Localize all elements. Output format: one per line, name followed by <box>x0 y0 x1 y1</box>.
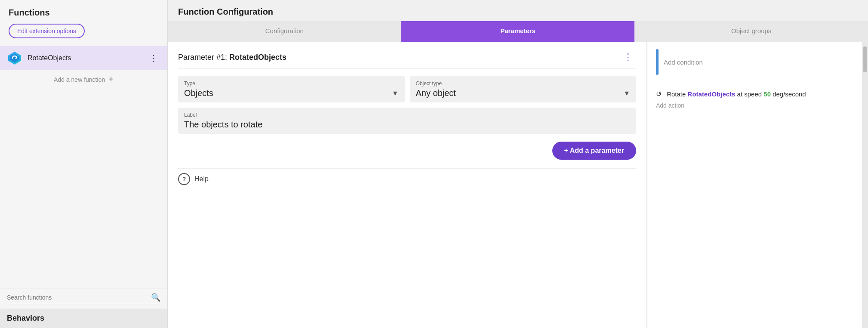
action-suffix: deg/second <box>771 90 806 98</box>
object-type-value-row: Any object ▼ <box>416 88 631 98</box>
right-panel: Add condition ↺ Rotate RotatedObjects at… <box>647 42 862 328</box>
tab-parameters[interactable]: Parameters <box>401 21 635 42</box>
condition-text: Add condition <box>664 59 703 66</box>
label-field-label: Label <box>184 112 630 118</box>
edit-extension-button[interactable]: Edit extension options <box>9 24 85 38</box>
object-type-label: Object type <box>416 80 631 87</box>
config-panel: Parameter #1: RotatedObjects ⋮ Type Obje… <box>168 42 647 328</box>
label-field[interactable]: Label The objects to rotate <box>178 108 636 134</box>
param-header: Parameter #1: RotatedObjects ⋮ <box>178 51 636 68</box>
tabs-bar: Configuration Parameters Object groups <box>168 21 868 42</box>
param-title: Parameter #1: RotatedObjects <box>178 53 286 62</box>
object-type-value: Any object <box>416 88 456 98</box>
action-speed: 50 <box>763 90 771 98</box>
function-menu-button[interactable]: ⋮ <box>147 52 160 64</box>
type-field[interactable]: Type Objects ▼ <box>178 76 405 102</box>
add-parameter-button[interactable]: + Add a parameter <box>552 142 636 160</box>
action-row: ↺ Rotate RotatedObjects at speed 50 deg/… <box>647 82 862 116</box>
type-value-row: Objects ▼ <box>184 88 399 98</box>
add-param-row: + Add a parameter <box>178 142 636 160</box>
action-object-name: RotatedObjects <box>688 90 736 98</box>
rotate-action-icon: ↺ <box>656 90 662 98</box>
search-input[interactable] <box>7 294 151 301</box>
type-label: Type <box>184 80 399 87</box>
main-header: Function Configuration <box>168 0 868 21</box>
sidebar-title: Functions <box>9 8 159 18</box>
type-dropdown-icon: ▼ <box>392 90 399 97</box>
behaviors-title: Behaviors <box>0 309 167 328</box>
object-type-dropdown-icon: ▼ <box>623 90 630 97</box>
sidebar-spacer <box>0 89 167 288</box>
search-icon: 🔍 <box>151 293 160 302</box>
tab-configuration[interactable]: Configuration <box>168 21 401 42</box>
help-label: Help <box>194 175 209 183</box>
action-prefix: Rotate <box>667 90 687 98</box>
function-icon <box>7 50 22 66</box>
function-name: RotateObjects <box>28 54 147 62</box>
object-type-field[interactable]: Object type Any object ▼ <box>410 76 637 102</box>
fields-row: Type Objects ▼ Object type Any object ▼ <box>178 76 636 102</box>
param-prefix: Parameter #1: <box>178 53 229 62</box>
code-area: Add condition ↺ Rotate RotatedObjects at… <box>647 42 862 328</box>
main-title: Function Configuration <box>178 7 858 17</box>
action-text: ↺ Rotate RotatedObjects at speed 50 deg/… <box>656 89 806 99</box>
search-functions-area: 🔍 <box>0 288 167 309</box>
scrollbar-thumb[interactable] <box>863 46 867 72</box>
add-function-plus-icon: + <box>108 74 114 84</box>
help-section: ? Help <box>178 168 636 189</box>
label-field-value: The objects to rotate <box>184 120 630 130</box>
function-item[interactable]: RotateObjects ⋮ <box>0 46 167 70</box>
condition-row[interactable]: Add condition <box>647 42 862 82</box>
sidebar-header: Functions Edit extension options <box>0 0 167 43</box>
action-middle: at speed <box>735 90 763 98</box>
blue-bar <box>656 49 659 75</box>
sidebar: Functions Edit extension options RotateO… <box>0 0 168 328</box>
type-value: Objects <box>184 88 213 98</box>
param-name: RotatedObjects <box>229 53 286 62</box>
scrollbar-track[interactable] <box>862 42 868 328</box>
search-row: 🔍 <box>7 293 160 304</box>
tab-object-groups[interactable]: Object groups <box>634 21 868 42</box>
help-icon: ? <box>178 173 190 185</box>
param-menu-button[interactable]: ⋮ <box>620 51 636 64</box>
add-action-text[interactable]: Add action <box>656 102 806 109</box>
add-function-row[interactable]: Add a new function + <box>0 70 167 89</box>
main-content: Function Configuration Configuration Par… <box>168 0 868 328</box>
panel-area: Parameter #1: RotatedObjects ⋮ Type Obje… <box>168 42 868 328</box>
add-function-label: Add a new function <box>54 76 105 83</box>
